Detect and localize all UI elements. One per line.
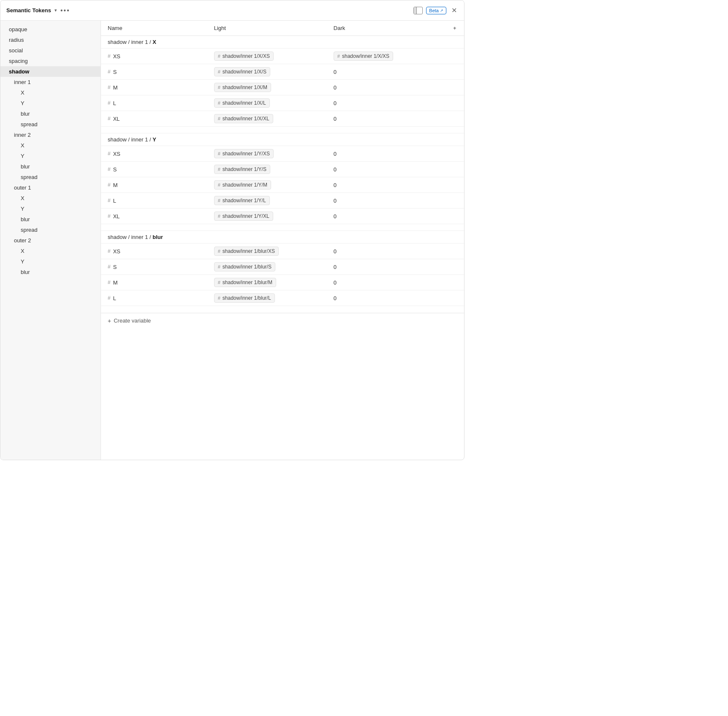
hash-icon: # xyxy=(218,69,220,74)
token-light-cell[interactable]: #shadow/inner 1/blur/S xyxy=(207,259,327,275)
sidebar-item-outer2-y[interactable]: Y xyxy=(0,256,101,267)
token-light-cell[interactable]: #shadow/inner 1/blur/L xyxy=(207,290,327,306)
sidebar-item-inner2-x[interactable]: X xyxy=(0,140,101,151)
sidebar-item-inner1-x[interactable]: X xyxy=(0,87,101,98)
sidebar-item-inner2[interactable]: inner 2 xyxy=(0,130,101,140)
sidebar-item-outer1-y[interactable]: Y xyxy=(0,203,101,214)
sidebar-item-inner2-blur[interactable]: blur xyxy=(0,161,101,172)
table-row: #XL#shadow/inner 1/X/XL0 xyxy=(101,111,464,127)
sidebar-item-inner1-spread[interactable]: spread xyxy=(0,119,101,130)
token-light-cell[interactable]: #shadow/inner 1/X/S xyxy=(207,64,327,80)
create-variable-footer[interactable]: + Create variable xyxy=(101,313,464,328)
row-actions-cell xyxy=(446,259,464,275)
sidebar-item-inner1[interactable]: inner 1 xyxy=(0,77,101,87)
sidebar-item-outer1[interactable]: outer 1 xyxy=(0,182,101,193)
token-dark-cell[interactable]: 0 xyxy=(327,193,446,209)
token-ref-light[interactable]: #shadow/inner 1/Y/M xyxy=(214,180,271,190)
token-light-cell[interactable]: #shadow/inner 1/Y/XS xyxy=(207,146,327,162)
sidebar-item-outer2-blur[interactable]: blur xyxy=(0,267,101,277)
token-dark-cell[interactable]: 0 xyxy=(327,95,446,111)
token-ref-light[interactable]: #shadow/inner 1/Y/XS xyxy=(214,149,274,158)
token-dark-cell[interactable]: 0 xyxy=(327,259,446,275)
sidebar-item-outer1-spread[interactable]: spread xyxy=(0,225,101,235)
sidebar-item-outer1-x[interactable]: X xyxy=(0,193,101,203)
table-row: #L#shadow/inner 1/X/L0 xyxy=(101,95,464,111)
col-header-dark: Dark xyxy=(327,21,446,36)
token-ref-light[interactable]: #shadow/inner 1/Y/XL xyxy=(214,212,273,221)
row-actions-cell xyxy=(446,275,464,290)
token-light-cell[interactable]: #shadow/inner 1/blur/M xyxy=(207,275,327,290)
token-light-cell[interactable]: #shadow/inner 1/X/L xyxy=(207,95,327,111)
token-ref-light[interactable]: #shadow/inner 1/X/L xyxy=(214,98,270,108)
token-ref-light[interactable]: #shadow/inner 1/X/S xyxy=(214,67,270,76)
token-name: L xyxy=(113,198,116,204)
sidebar-item-inner1-blur[interactable]: blur xyxy=(0,108,101,119)
token-dark-cell[interactable]: 0 xyxy=(327,275,446,290)
hash-icon: # xyxy=(218,296,220,301)
token-dark-cell[interactable]: 0 xyxy=(327,290,446,306)
sidebar-item-outer2-x[interactable]: X xyxy=(0,246,101,256)
table-row: #S#shadow/inner 1/Y/S0 xyxy=(101,162,464,177)
hash-icon: # xyxy=(108,116,111,122)
token-dark-cell[interactable]: 0 xyxy=(327,64,446,80)
token-dark-cell[interactable]: 0 xyxy=(327,162,446,177)
token-light-cell[interactable]: #shadow/inner 1/blur/XS xyxy=(207,244,327,259)
external-link-icon: ↗ xyxy=(440,8,443,13)
hash-icon: # xyxy=(108,151,111,157)
hash-icon: # xyxy=(218,167,220,172)
token-name-cell: #S xyxy=(101,64,207,80)
token-dark-cell[interactable]: #shadow/inner 1/X/XS xyxy=(327,49,446,64)
token-dark-cell[interactable]: 0 xyxy=(327,146,446,162)
token-dark-cell[interactable]: 0 xyxy=(327,111,446,127)
close-button[interactable]: ✕ xyxy=(450,6,458,15)
token-name-cell: #XL xyxy=(101,209,207,224)
sidebar-item-inner2-y[interactable]: Y xyxy=(0,151,101,161)
token-name-cell: #M xyxy=(101,80,207,95)
add-column-button[interactable]: + xyxy=(446,21,464,36)
sidebar-item-inner2-spread[interactable]: spread xyxy=(0,172,101,182)
sidebar-item-spacing[interactable]: spacing xyxy=(0,56,101,66)
token-ref-light[interactable]: #shadow/inner 1/Y/S xyxy=(214,165,270,174)
token-light-cell[interactable]: #shadow/inner 1/X/M xyxy=(207,80,327,95)
sidebar-item-outer2[interactable]: outer 2 xyxy=(0,235,101,246)
token-name: XL xyxy=(113,116,120,122)
token-light-cell[interactable]: #shadow/inner 1/Y/M xyxy=(207,177,327,193)
hash-icon: # xyxy=(108,100,111,106)
sidebar-item-radius[interactable]: radius xyxy=(0,35,101,45)
token-light-cell[interactable]: #shadow/inner 1/Y/S xyxy=(207,162,327,177)
token-ref-light[interactable]: #shadow/inner 1/X/M xyxy=(214,83,271,92)
token-ref-dark[interactable]: #shadow/inner 1/X/XS xyxy=(334,52,393,61)
row-actions-cell xyxy=(446,111,464,127)
token-ref-light-value: shadow/inner 1/Y/L xyxy=(223,198,266,203)
beta-badge[interactable]: Beta ↗ xyxy=(426,7,446,14)
token-ref-light[interactable]: #shadow/inner 1/blur/L xyxy=(214,293,275,303)
sidebar-item-inner1-y[interactable]: Y xyxy=(0,98,101,108)
hash-icon: # xyxy=(108,84,111,90)
token-dark-cell[interactable]: 0 xyxy=(327,80,446,95)
token-light-cell[interactable]: #shadow/inner 1/Y/XL xyxy=(207,209,327,224)
token-light-cell[interactable]: #shadow/inner 1/Y/L xyxy=(207,193,327,209)
token-ref-light[interactable]: #shadow/inner 1/blur/XS xyxy=(214,247,279,256)
token-ref-light[interactable]: #shadow/inner 1/blur/M xyxy=(214,278,276,287)
token-dark-cell[interactable]: 0 xyxy=(327,209,446,224)
sidebar-item-opaque[interactable]: opaque xyxy=(0,24,101,35)
token-name-cell: #S xyxy=(101,162,207,177)
section-header-shadow-inner1-y: shadow / inner 1 / Y xyxy=(101,133,464,146)
token-ref-light[interactable]: #shadow/inner 1/blur/S xyxy=(214,262,275,271)
token-name: M xyxy=(113,279,118,286)
token-dark-value: 0 xyxy=(334,295,337,301)
token-ref-light[interactable]: #shadow/inner 1/Y/L xyxy=(214,196,270,205)
token-light-cell[interactable]: #shadow/inner 1/X/XS xyxy=(207,49,327,64)
sidebar-item-shadow[interactable]: shadow xyxy=(0,66,101,77)
token-dark-cell[interactable]: 0 xyxy=(327,177,446,193)
sidebar-item-outer1-blur[interactable]: blur xyxy=(0,214,101,225)
token-dark-cell[interactable]: 0 xyxy=(327,244,446,259)
token-light-cell[interactable]: #shadow/inner 1/X/XL xyxy=(207,111,327,127)
token-ref-light[interactable]: #shadow/inner 1/X/XS xyxy=(214,52,274,61)
sidebar-item-social[interactable]: social xyxy=(0,45,101,56)
panel-toggle-button[interactable] xyxy=(413,7,423,14)
more-options-button[interactable]: ••• xyxy=(60,7,70,14)
token-name: L xyxy=(113,295,116,301)
token-ref-light[interactable]: #shadow/inner 1/X/XL xyxy=(214,114,273,123)
token-dark-value: 0 xyxy=(334,279,337,286)
